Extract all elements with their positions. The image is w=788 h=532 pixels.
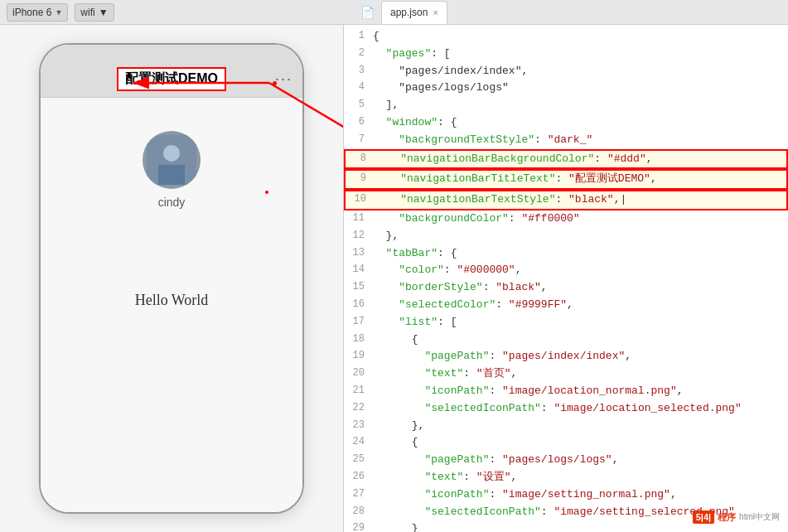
code-line-17: 17 "list": [ [344, 314, 788, 331]
line-content: { [373, 434, 788, 452]
chevron-down-icon: ▼ [99, 7, 109, 18]
code-line-21: 21 "iconPath": "image/location_normal.pn… [344, 383, 788, 400]
username-label: cindy [158, 196, 186, 209]
line-number: 17 [344, 314, 373, 330]
phone-screen: 配置测试DEMO ··· cindy Hello [41, 45, 302, 512]
line-number: 18 [344, 331, 373, 347]
line-number: 4 [344, 80, 373, 95]
nav-dots: ··· [275, 70, 292, 88]
line-content: "color": "#000000", [373, 262, 788, 279]
line-number: 2 [344, 46, 373, 61]
line-content: { [373, 28, 788, 46]
line-content: "iconPath": "image/setting_normal.png", [373, 486, 788, 504]
network-selector[interactable]: wifi ▼ [75, 3, 114, 22]
nav-title-box: 配置测试DEMO [117, 67, 226, 91]
line-content: "borderStyle": "black", [373, 279, 788, 297]
top-bar-right: 📄 app.json × [350, 1, 781, 24]
code-line-7: 7 "backgroundTextStyle": "dark_" [344, 132, 788, 149]
chevron-down-icon: ▼ [55, 8, 62, 17]
code-line-24: 24 { [344, 434, 788, 452]
line-number: 9 [346, 171, 375, 186]
line-content: "text": "设置", [373, 469, 788, 486]
line-content: "pagePath": "pages/logs/logs", [373, 452, 788, 469]
watermark-brand: 程序 [718, 511, 736, 524]
line-number: 6 [344, 114, 373, 130]
line-number: 1 [344, 28, 373, 44]
line-number: 10 [346, 191, 375, 207]
watermark: 5|4| 程序 html中文网 [693, 510, 780, 524]
red-dot-nav [273, 81, 277, 85]
file-tab[interactable]: app.json × [381, 1, 447, 24]
code-line-8: 8 "navigationBarBackgroundColor": "#ddd"… [344, 149, 788, 170]
line-number: 23 [344, 418, 373, 433]
code-line-11: 11 "backgroundColor": "#ff0000" [344, 210, 788, 228]
line-number: 20 [344, 365, 373, 381]
network-label: wifi [80, 7, 94, 18]
code-line-20: 20 "text": "首页", [344, 365, 788, 383]
line-number: 5 [344, 97, 373, 113]
editor-content[interactable]: 1{2 "pages": [3 "pages/index/index",4 "p… [344, 25, 788, 532]
line-content: "navigationBarTitleText": "配置测试DEMO", [375, 171, 786, 188]
line-number: 22 [344, 400, 373, 416]
watermark-sub: html中文网 [739, 511, 780, 523]
line-number: 13 [344, 245, 373, 261]
code-line-26: 26 "text": "设置", [344, 469, 788, 486]
device-label: iPhone 6 [12, 7, 51, 18]
code-line-16: 16 "selectedColor": "#9999FF", [344, 297, 788, 314]
code-line-13: 13 "tabBar": { [344, 245, 788, 263]
line-content: "pages/index/index", [373, 63, 788, 80]
code-line-22: 22 "selectedIconPath": "image/location_s… [344, 400, 788, 418]
line-number: 26 [344, 469, 373, 485]
code-line-23: 23 }, [344, 418, 788, 435]
code-line-5: 5 ], [344, 97, 788, 114]
line-content: "backgroundColor": "#ff0000" [373, 210, 788, 228]
line-content: }, [373, 228, 788, 245]
line-content: { [373, 331, 788, 349]
line-content: "navigationBarBackgroundColor": "#ddd", [375, 151, 786, 168]
main-content: 配置测试DEMO ··· cindy Hello [0, 25, 788, 532]
line-number: 3 [344, 63, 373, 79]
line-content: "tabBar": { [373, 245, 788, 263]
code-line-25: 25 "pagePath": "pages/logs/logs", [344, 452, 788, 469]
code-line-6: 6 "window": { [344, 114, 788, 132]
watermark-logo: 5|4| [693, 510, 714, 524]
line-content: "pages/logs/logs" [373, 80, 788, 97]
line-number: 28 [344, 504, 373, 520]
line-number: 7 [344, 132, 373, 148]
file-icon: 📄 [360, 6, 375, 19]
code-line-12: 12 }, [344, 228, 788, 245]
line-content: "backgroundTextStyle": "dark_" [373, 132, 788, 149]
line-number: 15 [344, 279, 373, 295]
line-number: 24 [344, 434, 373, 450]
phone-frame: 配置测试DEMO ··· cindy Hello [39, 43, 304, 514]
code-line-14: 14 "color": "#000000", [344, 262, 788, 279]
code-line-4: 4 "pages/logs/logs" [344, 80, 788, 97]
code-line-27: 27 "iconPath": "image/setting_normal.png… [344, 486, 788, 504]
close-tab-button[interactable]: × [433, 7, 438, 17]
code-line-2: 2 "pages": [ [344, 46, 788, 63]
line-number: 27 [344, 486, 373, 502]
top-bar: iPhone 6 ▼ wifi ▼ 📄 app.json × [0, 0, 788, 25]
phone-body: cindy Hello World [41, 98, 302, 512]
code-line-15: 15 "borderStyle": "black", [344, 279, 788, 297]
line-content: "list": [ [373, 314, 788, 331]
svg-point-1 [163, 145, 180, 162]
line-number: 12 [344, 228, 373, 244]
line-content: "pages": [ [373, 46, 788, 63]
device-selector[interactable]: iPhone 6 ▼ [7, 3, 68, 22]
avatar [143, 131, 201, 189]
line-number: 25 [344, 452, 373, 467]
line-number: 21 [344, 383, 373, 399]
line-content: "text": "首页", [373, 365, 788, 383]
line-number: 16 [344, 297, 373, 312]
line-number: 8 [346, 151, 375, 167]
line-content: "iconPath": "image/location_normal.png", [373, 383, 788, 400]
line-content: "navigationBarTextStyle": "black",| [375, 191, 786, 209]
red-dot-body [265, 191, 268, 194]
line-content: "window": { [373, 114, 788, 132]
code-line-9: 9 "navigationBarTitleText": "配置测试DEMO", [344, 169, 788, 190]
nav-bar: 配置测试DEMO ··· [41, 61, 302, 98]
line-content: "pagePath": "pages/index/index", [373, 348, 788, 365]
code-line-3: 3 "pages/index/index", [344, 63, 788, 80]
code-line-10: 10 "navigationBarTextStyle": "black",| [344, 190, 788, 210]
